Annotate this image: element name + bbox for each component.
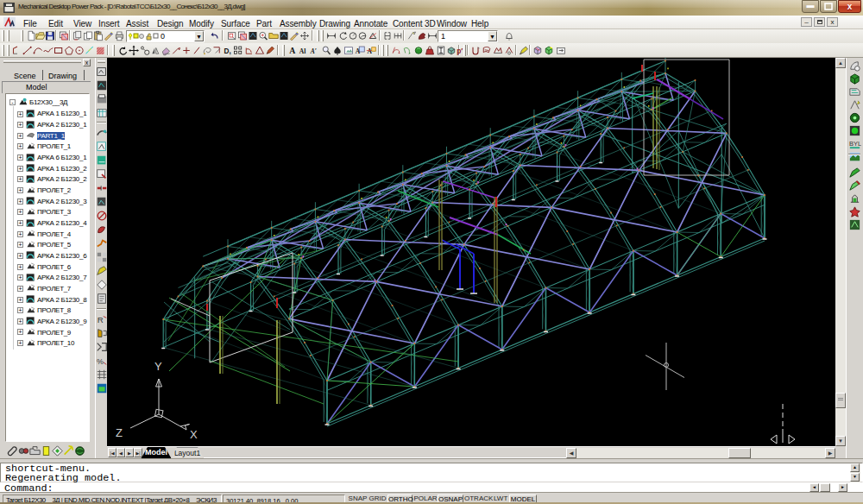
svg-text:A: A	[356, 47, 361, 55]
svg-text:%: %	[97, 357, 104, 366]
svg-text:Al: Al	[299, 47, 306, 55]
svg-text:D,: D,	[224, 47, 231, 55]
svg-text:Y: Y	[154, 360, 162, 373]
svg-text:A′: A′	[310, 47, 317, 55]
svg-text:p′: p′	[457, 47, 463, 55]
svg-text:R: R	[98, 315, 104, 324]
svg-text:Z: Z	[116, 426, 123, 439]
svg-text:X: X	[190, 428, 198, 441]
svg-text:A: A	[289, 46, 295, 55]
svg-text:BYL: BYL	[849, 140, 861, 148]
